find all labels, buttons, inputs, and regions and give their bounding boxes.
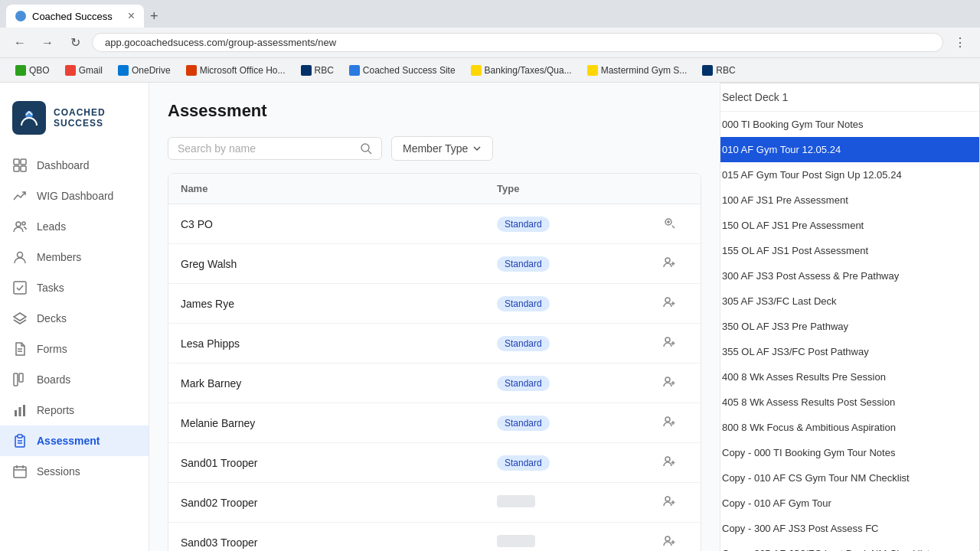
svg-point-7 (18, 253, 23, 258)
forward-button[interactable]: → (37, 32, 58, 54)
bookmark-gmail[interactable]: Gmail (59, 62, 109, 79)
table-row: C3 PO Standard (168, 204, 701, 244)
table-row: Melanie Barney Standard (168, 403, 701, 443)
sidebar-item-leads[interactable]: Leads (0, 211, 149, 242)
dropdown-item-150ol[interactable]: 150 OL AF JS1 Pre Assessment (720, 213, 979, 238)
dropdown-item-100af[interactable]: 100 AF JS1 Pre Assessment (720, 187, 979, 213)
dropdown-header[interactable]: Select Deck 1 (720, 83, 979, 112)
dropdown-item-015af[interactable]: 015 AF Gym Tour Post Sign Up 12.05.24 (720, 162, 979, 187)
add-member-button[interactable] (660, 293, 678, 314)
standard-badge: Standard (497, 296, 550, 311)
bookmark-banking[interactable]: Banking/Taxes/Qua... (465, 62, 578, 79)
bookmark-coached-site[interactable]: Coached Success Site (343, 62, 462, 79)
browser-tabs: Coached Success × + (6, 0, 165, 28)
app-container: COACHED SUCCESS Dashboard WIG Dashboard … (0, 83, 980, 551)
tab-close-button[interactable]: × (128, 10, 135, 22)
bookmarks-bar: QBO Gmail OneDrive Microsoft Office Ho..… (0, 58, 980, 83)
bookmark-mastermind[interactable]: Mastermind Gym S... (581, 62, 694, 79)
member-type-filter[interactable]: Member Type (391, 136, 493, 161)
row-name: James Rye (181, 298, 497, 310)
row-action (650, 373, 688, 393)
row-name: Melanie Barney (181, 417, 497, 429)
dropdown-item-000ti[interactable]: 000 TI Booking Gym Tour Notes (720, 112, 979, 137)
svg-rect-4 (21, 166, 26, 171)
sidebar-item-decks[interactable]: Decks (0, 303, 149, 334)
dropdown-item-400[interactable]: 400 8 Wk Asses Results Pre Session (720, 364, 979, 390)
new-tab-button[interactable]: + (144, 5, 165, 28)
logo-text: COACHED SUCCESS (54, 107, 106, 129)
dropdown-item-305af[interactable]: 305 AF JS3/FC Last Deck (720, 289, 979, 314)
sidebar-item-tasks[interactable]: Tasks (0, 272, 149, 303)
row-name: Sand03 Trooper (181, 536, 497, 549)
row-type: Standard (497, 455, 650, 471)
svg-rect-19 (18, 435, 22, 438)
row-name: C3 PO (181, 218, 497, 230)
add-member-button[interactable] (660, 333, 678, 354)
sidebar-item-members[interactable]: Members (0, 242, 149, 272)
add-member-button[interactable] (660, 452, 678, 473)
bookmark-qbo[interactable]: QBO (9, 62, 56, 79)
dropdown-item-800[interactable]: 800 8 Wk Focus & Ambitious Aspiration (720, 415, 979, 440)
bookmark-mastermind-label: Mastermind Gym S... (601, 65, 688, 76)
standard-badge: Standard (497, 376, 550, 391)
main-content: Assessment Member Type Name Type C3 PO S… (149, 83, 720, 551)
sidebar-item-boards[interactable]: Boards (0, 364, 149, 395)
sidebar-item-wig[interactable]: WIG Dashboard (0, 181, 149, 211)
table-row: Sand02 Trooper (168, 483, 701, 523)
sidebar-forms-label: Forms (37, 343, 67, 355)
bookmark-rbc1[interactable]: RBC (295, 62, 340, 79)
search-input[interactable] (178, 142, 354, 155)
dropdown-item-copy-010cs[interactable]: Copy - 010 AF CS Gym Tour NM Checklist (720, 465, 979, 491)
dropdown-item-010af[interactable]: 010 AF Gym Tour 12.05.24 (720, 137, 979, 162)
dropdown-item-355ol[interactable]: 355 OL AF JS3/FC Post Pathway (720, 339, 979, 364)
svg-rect-2 (21, 159, 26, 165)
sidebar-item-sessions[interactable]: Sessions (0, 456, 149, 487)
bookmark-qbo-label: QBO (29, 65, 50, 76)
sidebar-item-assessment[interactable]: Assessment (0, 425, 149, 456)
sidebar-assessment-label: Assessment (37, 435, 100, 447)
row-name: Sand01 Trooper (181, 457, 497, 469)
sidebar-item-reports[interactable]: Reports (0, 395, 149, 425)
table-row: Greg Walsh Standard (168, 244, 701, 284)
sidebar-dashboard-label: Dashboard (37, 159, 90, 171)
address-bar[interactable]: app.gocoachedsucess.com/group-assessment… (92, 33, 943, 52)
standard-badge: Standard (497, 416, 550, 431)
table-row: Lesa Phipps Standard (168, 324, 701, 364)
back-button[interactable]: ← (9, 32, 31, 54)
refresh-button[interactable]: ↻ (64, 32, 86, 54)
dropdown-item-350ol[interactable]: 350 OL AF JS3 Pre Pathway (720, 314, 979, 339)
calendar-icon (12, 464, 28, 479)
row-type: Standard (497, 217, 650, 232)
bookmark-onedrive[interactable]: OneDrive (112, 62, 177, 79)
add-member-button[interactable] (660, 373, 678, 393)
active-tab[interactable]: Coached Success × (6, 5, 144, 28)
dropdown-item-copy-010af[interactable]: Copy - 010 AF Gym Tour (720, 491, 979, 516)
row-action (650, 412, 688, 433)
bookmark-rbc2[interactable]: RBC (696, 62, 741, 79)
add-member-button[interactable] (660, 214, 678, 234)
row-action (650, 452, 688, 473)
dropdown-item-copy-300[interactable]: Copy - 300 AF JS3 Post Assess FC (720, 516, 979, 541)
deck1-dropdown[interactable]: Select Deck 1 000 TI Booking Gym Tour No… (720, 83, 980, 551)
sidebar-item-dashboard[interactable]: Dashboard (0, 150, 149, 181)
add-member-button[interactable] (660, 253, 678, 274)
add-member-button[interactable] (660, 492, 678, 513)
dropdown-item-155ol[interactable]: 155 OL AF JS1 Post Assessment (720, 238, 979, 263)
add-member-button[interactable] (660, 412, 678, 433)
dropdown-item-300af[interactable]: 300 AF JS3 Post Assess & Pre Pathway (720, 263, 979, 289)
chevron-down-icon (472, 144, 482, 153)
bar-chart-icon (12, 403, 28, 418)
person-icon (12, 249, 28, 265)
bookmark-ms-label: Microsoft Office Ho... (200, 65, 286, 76)
sidebar-item-forms[interactable]: Forms (0, 334, 149, 364)
extensions-button[interactable]: ⋮ (949, 32, 971, 54)
standard-badge: Standard (497, 455, 550, 471)
dropdown-item-copy-305[interactable]: Copy - 305 AF JS3/FC Last Deck NM Checkl… (720, 541, 979, 551)
add-member-button[interactable] (660, 532, 678, 551)
svg-rect-22 (14, 467, 26, 478)
tab-favicon (15, 11, 26, 21)
dropdown-item-405[interactable]: 405 8 Wk Assess Results Post Session (720, 390, 979, 415)
bookmark-ms-office[interactable]: Microsoft Office Ho... (180, 62, 292, 79)
dropdown-item-copy-000[interactable]: Copy - 000 TI Booking Gym Tour Notes (720, 440, 979, 465)
svg-rect-8 (14, 282, 26, 294)
